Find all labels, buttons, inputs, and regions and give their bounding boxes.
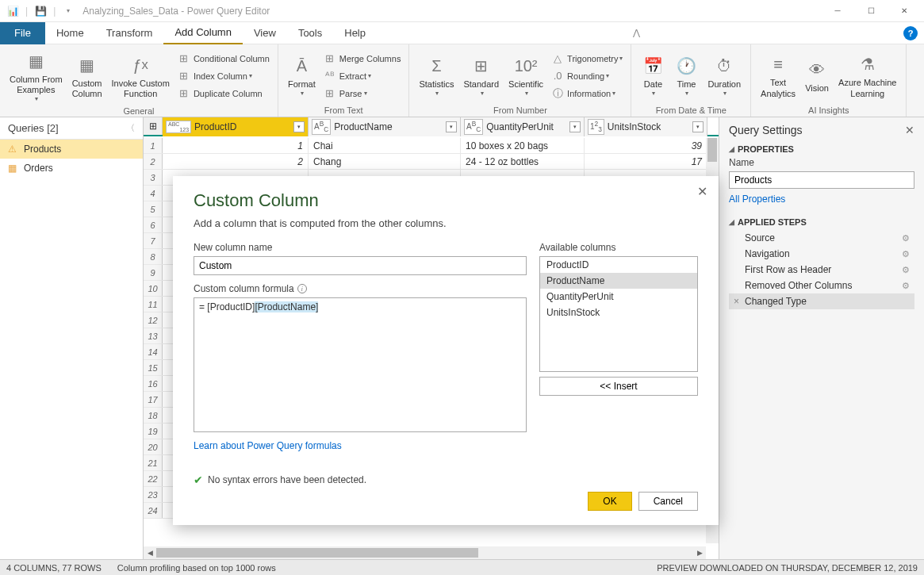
text-analytics-button[interactable]: ≡Text Analytics (756, 49, 800, 102)
minimize-button[interactable]: ─ (821, 0, 854, 22)
column-from-examples-button[interactable]: ▦Column From Examples▾ (5, 46, 67, 106)
info-icon[interactable]: i (297, 284, 307, 293)
titlebar: 📊 | 💾 | ▾ Analyzing_Sales_Data - Power Q… (0, 0, 924, 22)
custom-column-dialog: ✕ Custom Column Add a column that is com… (173, 176, 719, 525)
settings-title: Query Settings (729, 124, 803, 136)
row-number-header[interactable]: ⊞ (144, 117, 163, 135)
menu-view[interactable]: View (243, 22, 287, 44)
horizontal-scrollbar[interactable]: ◀▶ (144, 546, 706, 559)
ok-button[interactable]: OK (588, 492, 631, 511)
dialog-subtitle: Add a column that is computed from the o… (194, 217, 698, 229)
applied-steps-header[interactable]: APPLIED STEPS (729, 217, 914, 227)
menu-transform[interactable]: Transform (95, 22, 164, 44)
applied-step[interactable]: First Row as Header⚙ (729, 262, 914, 278)
formula-label: Custom column formulai (194, 283, 527, 294)
table-row[interactable]: 11Chai10 boxes x 20 bags39 (144, 138, 719, 154)
status-columns-rows: 4 COLUMNS, 77 ROWS (6, 563, 102, 573)
information-button[interactable]: ⓘInformation▾ (548, 86, 626, 102)
all-properties-link[interactable]: All Properties (729, 194, 785, 205)
ribbon-group-number-label: From Number (414, 105, 626, 117)
index-column-button[interactable]: ⊞Index Column▾ (174, 68, 273, 84)
maximize-button[interactable]: ☐ (854, 0, 888, 22)
ribbon-group-datetime-label: From Date & Time (636, 105, 746, 117)
date-button[interactable]: 📅Date▾ (636, 51, 669, 101)
trigonometry-button[interactable]: △Trigonometry▾ (548, 51, 626, 67)
available-column-item[interactable]: QuantityPerUnit (540, 289, 697, 305)
status-profiling: Column profiling based on top 1000 rows (117, 563, 276, 573)
query-item-products[interactable]: ⚠Products (0, 140, 143, 159)
aml-button[interactable]: ⚗Azure Machine Learning (834, 49, 901, 102)
applied-step[interactable]: Removed Other Columns⚙ (729, 278, 914, 293)
format-button[interactable]: ĀFormat▾ (283, 51, 320, 101)
properties-section-header[interactable]: PROPERTIES (729, 144, 914, 154)
statistics-button[interactable]: ΣStatistics▾ (414, 51, 458, 101)
menu-file[interactable]: File (0, 22, 45, 44)
qat-dropdown-icon[interactable]: ▾ (62, 5, 75, 17)
available-column-item[interactable]: ProductID (540, 257, 697, 273)
queries-panel-title: Queries [2] (8, 122, 59, 134)
close-button[interactable]: ✕ (888, 0, 921, 22)
query-settings-panel: Query Settings ✕ PROPERTIES Name All Pro… (719, 117, 924, 559)
ribbon: ▦Column From Examples▾ ▦Custom Column ƒx… (0, 44, 924, 117)
statusbar: 4 COLUMNS, 77 ROWS Column profiling base… (0, 559, 924, 575)
check-icon: ✔ (194, 473, 203, 486)
new-column-name-input[interactable] (194, 256, 527, 275)
gear-icon[interactable]: ⚙ (902, 265, 910, 275)
column-header-unitsinstock[interactable]: 123UnitsInStock▾ (585, 117, 707, 136)
ribbon-group-text-label: From Text (283, 105, 404, 117)
name-label: Name (729, 157, 914, 168)
menu-help[interactable]: Help (333, 22, 377, 44)
queries-panel: Queries [2] 〈 ⚠Products▦Orders (0, 117, 144, 559)
menubar: File Home Transform Add Column View Tool… (0, 22, 924, 44)
available-column-item[interactable]: UnitsInStock (540, 305, 697, 320)
gear-icon[interactable]: ⚙ (902, 249, 910, 259)
query-item-orders[interactable]: ▦Orders (0, 159, 143, 178)
available-columns-label: Available columns (539, 242, 698, 253)
column-header-quantityperunit[interactable]: ABCQuantityPerUnit▾ (461, 117, 585, 136)
invoke-custom-function-button[interactable]: ƒxInvoke Custom Function (107, 50, 174, 102)
collapse-icon[interactable]: 〈 (126, 122, 135, 134)
duplicate-column-button[interactable]: ⊞Duplicate Column (174, 86, 273, 102)
extract-button[interactable]: ᴬᴮExtract▾ (320, 68, 404, 84)
formula-input[interactable]: = [ProductID][ProductName] (194, 297, 527, 432)
gear-icon[interactable]: ⚙ (902, 233, 910, 243)
dialog-close-icon[interactable]: ✕ (697, 184, 707, 199)
available-columns-list[interactable]: ProductIDProductNameQuantityPerUnitUnits… (539, 256, 698, 372)
menu-home[interactable]: Home (45, 22, 95, 44)
cancel-button[interactable]: Cancel (638, 492, 698, 511)
collapse-ribbon-icon[interactable]: ⋀ (633, 28, 640, 38)
applied-step[interactable]: Changed Type (729, 293, 914, 309)
query-name-input[interactable] (729, 171, 914, 189)
menu-add-column[interactable]: Add Column (163, 22, 243, 44)
vision-button[interactable]: 👁Vision (800, 55, 834, 97)
queries-panel-header[interactable]: Queries [2] 〈 (0, 117, 143, 140)
table-row[interactable]: 22Chang24 - 12 oz bottles17 (144, 154, 719, 170)
conditional-column-button[interactable]: ⊞Conditional Column (174, 51, 273, 67)
app-icon: 📊 (6, 5, 19, 17)
new-column-name-label: New column name (194, 242, 527, 253)
parse-button[interactable]: ⊞Parse▾ (320, 86, 404, 102)
menu-tools[interactable]: Tools (287, 22, 333, 44)
scientific-button[interactable]: 10²Scientific▾ (504, 51, 548, 101)
available-column-item[interactable]: ProductName (540, 273, 697, 289)
applied-step[interactable]: Source⚙ (729, 230, 914, 246)
duration-button[interactable]: ⏱Duration▾ (703, 51, 746, 101)
column-header-productid[interactable]: ABC123ProductID▾ (163, 117, 309, 136)
merge-columns-button[interactable]: ⊞Merge Columns (320, 51, 404, 67)
settings-close-icon[interactable]: ✕ (905, 124, 914, 136)
applied-step[interactable]: Navigation⚙ (729, 246, 914, 262)
gear-icon[interactable]: ⚙ (902, 281, 910, 291)
learn-link[interactable]: Learn about Power Query formulas (194, 440, 342, 451)
column-header-productname[interactable]: ABCProductName▾ (309, 117, 461, 136)
standard-button[interactable]: ⊞Standard▾ (458, 51, 504, 101)
save-icon[interactable]: 💾 (34, 5, 47, 17)
status-preview-date: PREVIEW DOWNLOADED ON THURSDAY, DECEMBER… (657, 563, 918, 573)
dialog-title: Custom Column (194, 190, 698, 211)
time-button[interactable]: 🕐Time▾ (669, 51, 703, 101)
ribbon-group-general-label: General (5, 106, 273, 117)
help-icon[interactable]: ? (903, 26, 918, 40)
rounding-button[interactable]: .0Rounding▾ (548, 68, 626, 84)
ribbon-group-ai-label: AI Insights (756, 105, 901, 117)
insert-button[interactable]: << Insert (539, 377, 698, 396)
custom-column-button[interactable]: ▦Custom Column (67, 50, 107, 102)
